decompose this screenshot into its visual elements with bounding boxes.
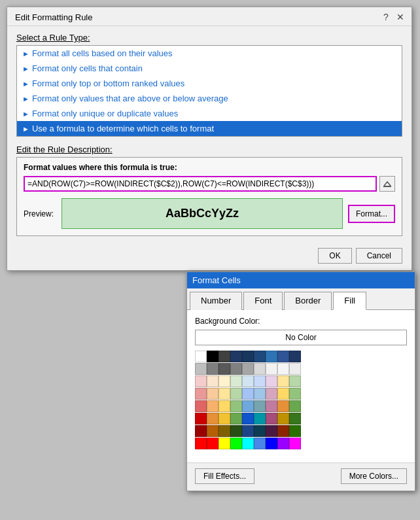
color-cell-3-0[interactable]	[195, 388, 207, 400]
color-cell-7-1[interactable]	[207, 438, 219, 449]
color-cell-5-7[interactable]	[277, 413, 289, 425]
color-cell-2-5[interactable]	[254, 375, 266, 387]
dialog-footer: OK Cancel	[7, 244, 411, 270]
color-cell-7-6[interactable]	[266, 438, 277, 449]
preview-label: Preview:	[24, 209, 56, 218]
tab-font[interactable]: Font	[243, 292, 283, 310]
color-cell-4-7[interactable]	[277, 400, 289, 412]
color-cell-6-8[interactable]	[289, 425, 301, 437]
color-cell-0-6[interactable]	[266, 351, 277, 362]
color-cell-5-6[interactable]	[266, 413, 277, 425]
color-cell-6-5[interactable]	[254, 425, 266, 437]
color-cell-6-4[interactable]	[242, 425, 254, 437]
no-color-button[interactable]: No Color	[195, 330, 407, 345]
color-cell-6-6[interactable]	[266, 425, 277, 437]
color-cell-6-0[interactable]	[195, 425, 207, 437]
ok-button[interactable]: OK	[318, 248, 351, 264]
color-cell-4-2[interactable]	[219, 400, 230, 412]
color-cell-7-5[interactable]	[254, 438, 266, 449]
color-cell-0-7[interactable]	[277, 351, 289, 362]
color-cell-6-2[interactable]	[219, 425, 230, 437]
color-cell-5-5[interactable]	[254, 413, 266, 425]
tab-number-label: Number	[201, 296, 231, 305]
color-cell-1-7[interactable]	[277, 363, 289, 375]
color-cell-5-1[interactable]	[207, 413, 219, 425]
color-cell-1-1[interactable]	[207, 363, 219, 375]
rule-item-4[interactable]: ► Format only unique or duplicate values	[17, 106, 402, 121]
color-cell-3-2[interactable]	[219, 388, 230, 400]
color-cell-2-6[interactable]	[266, 375, 277, 387]
color-cell-6-7[interactable]	[277, 425, 289, 437]
color-cell-0-8[interactable]	[289, 351, 301, 362]
tab-number[interactable]: Number	[190, 292, 242, 310]
formula-input[interactable]	[24, 176, 377, 192]
color-cell-4-0[interactable]	[195, 400, 207, 412]
color-cell-6-3[interactable]	[230, 425, 242, 437]
color-cell-0-3[interactable]	[230, 351, 242, 362]
color-cell-2-0[interactable]	[195, 375, 207, 387]
color-cell-1-6[interactable]	[266, 363, 277, 375]
color-cell-4-3[interactable]	[230, 400, 242, 412]
cancel-button[interactable]: Cancel	[356, 248, 402, 264]
color-cell-0-5[interactable]	[254, 351, 266, 362]
color-cell-0-4[interactable]	[242, 351, 254, 362]
color-cell-3-3[interactable]	[230, 388, 242, 400]
rule-item-2[interactable]: ► Format only top or bottom ranked value…	[17, 76, 402, 91]
color-row-0	[195, 351, 407, 362]
color-cell-0-0[interactable]	[195, 351, 207, 362]
tab-border[interactable]: Border	[284, 292, 332, 310]
color-cell-5-3[interactable]	[230, 413, 242, 425]
color-cell-3-4[interactable]	[242, 388, 254, 400]
fill-effects-button[interactable]: Fill Effects...	[195, 468, 254, 484]
color-cell-2-7[interactable]	[277, 375, 289, 387]
format-button[interactable]: Format...	[348, 205, 395, 223]
sub-title: Format Cells	[192, 275, 241, 285]
color-cell-1-0[interactable]	[195, 363, 207, 375]
color-cell-2-8[interactable]	[289, 375, 301, 387]
color-cell-7-4[interactable]	[242, 438, 254, 449]
color-cell-4-1[interactable]	[207, 400, 219, 412]
color-cell-3-6[interactable]	[266, 388, 277, 400]
help-icon[interactable]: ?	[380, 11, 392, 23]
color-cell-7-8[interactable]	[289, 438, 301, 449]
color-cell-1-2[interactable]	[219, 363, 230, 375]
arrow-1: ►	[22, 65, 29, 73]
preview-row: Preview: AaBbCcYyZz Format...	[24, 198, 395, 229]
more-colors-button[interactable]: More Colors...	[341, 468, 407, 484]
color-cell-5-8[interactable]	[289, 413, 301, 425]
color-cell-3-1[interactable]	[207, 388, 219, 400]
color-cell-3-5[interactable]	[254, 388, 266, 400]
color-cell-4-5[interactable]	[254, 400, 266, 412]
color-cell-4-6[interactable]	[266, 400, 277, 412]
color-cell-3-7[interactable]	[277, 388, 289, 400]
close-icon[interactable]: ✕	[394, 11, 406, 23]
tab-fill[interactable]: Fill	[333, 292, 366, 310]
color-cell-5-2[interactable]	[219, 413, 230, 425]
color-cell-4-4[interactable]	[242, 400, 254, 412]
rule-item-5[interactable]: ► Use a formula to determine which cells…	[17, 121, 402, 136]
color-cell-7-3[interactable]	[230, 438, 242, 449]
color-cell-5-0[interactable]	[195, 413, 207, 425]
color-cell-7-7[interactable]	[277, 438, 289, 449]
color-cell-1-4[interactable]	[242, 363, 254, 375]
color-cell-2-1[interactable]	[207, 375, 219, 387]
color-cell-1-3[interactable]	[230, 363, 242, 375]
color-cell-1-8[interactable]	[289, 363, 301, 375]
rule-item-0[interactable]: ► Format all cells based on their values	[17, 46, 402, 61]
color-cell-0-1[interactable]	[207, 351, 219, 362]
formula-collapse-btn[interactable]	[379, 176, 395, 192]
color-cell-7-0[interactable]	[195, 438, 207, 449]
color-cell-2-3[interactable]	[230, 375, 242, 387]
color-cell-6-1[interactable]	[207, 425, 219, 437]
color-cell-5-4[interactable]	[242, 413, 254, 425]
color-cell-4-8[interactable]	[289, 400, 301, 412]
formula-label: Format values where this formula is true…	[24, 163, 395, 172]
color-cell-1-5[interactable]	[254, 363, 266, 375]
color-cell-2-2[interactable]	[219, 375, 230, 387]
color-cell-7-2[interactable]	[219, 438, 230, 449]
color-cell-3-8[interactable]	[289, 388, 301, 400]
color-cell-2-4[interactable]	[242, 375, 254, 387]
color-cell-0-2[interactable]	[219, 351, 230, 362]
rule-item-3[interactable]: ► Format only values that are above or b…	[17, 91, 402, 106]
rule-item-1[interactable]: ► Format only cells that contain	[17, 61, 402, 76]
